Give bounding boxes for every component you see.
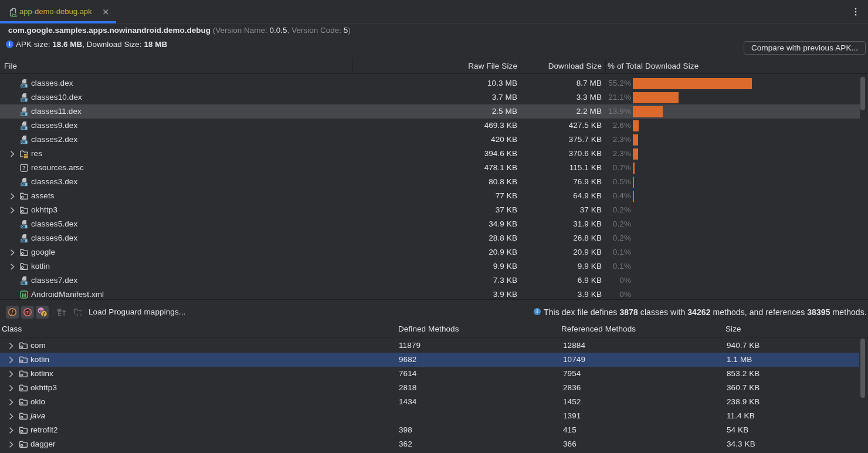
svg-text:m: m	[25, 309, 30, 315]
svg-text:a.b: a.b	[76, 312, 83, 317]
svg-text:M: M	[22, 292, 26, 298]
svg-text:?: ?	[22, 165, 26, 171]
